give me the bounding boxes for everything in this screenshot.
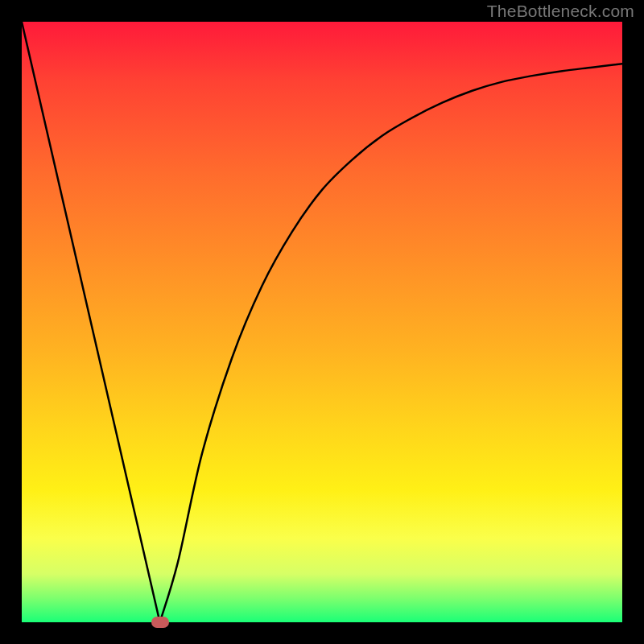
watermark-text: TheBottleneck.com <box>487 2 634 21</box>
plot-area <box>22 22 622 622</box>
chart-frame: TheBottleneck.com <box>0 0 644 644</box>
optimum-marker <box>151 617 169 628</box>
bottleneck-curve <box>22 22 622 622</box>
